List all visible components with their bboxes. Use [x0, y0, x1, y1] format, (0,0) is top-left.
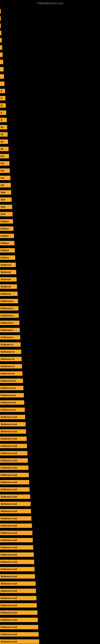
bar-label: Bo — [1, 126, 3, 128]
bar-row: Bottleneck — [0, 284, 100, 290]
bar: Bottleneck — [0, 270, 16, 274]
bar: Bottleneck result — [0, 473, 29, 477]
bar: Bottleneck resu — [0, 378, 23, 383]
bar-label: Bottleneck result — [1, 430, 17, 433]
bar-row: Bottleneck re — [0, 298, 100, 304]
bar: Bo — [0, 147, 9, 151]
bar-row: Bottleneck res — [0, 356, 100, 362]
bar: Bot — [0, 168, 10, 173]
bar-row — [0, 23, 100, 28]
bar: Bottleneck re — [0, 306, 18, 310]
bar-label: Bottleneck result — [1, 575, 17, 578]
bar-label: Bottleneck re — [1, 307, 13, 310]
bar: Bottleneck result — [0, 560, 34, 564]
bar: Bottleneck result — [0, 458, 28, 463]
bar-label: Bottleneck result — [1, 503, 17, 505]
bar-row: Bottlene — [0, 255, 100, 260]
bar: Bottleneck re — [0, 342, 21, 347]
bar-row — [0, 66, 100, 72]
bar-label: Bottl — [1, 192, 5, 194]
bar: Bottleneck result — [0, 444, 27, 448]
bar-row: Bottleneck re — [0, 327, 100, 333]
bar-label: Bottleneck result — [1, 633, 17, 636]
bar-row: Bottleneck resu — [0, 392, 100, 398]
bar-label: Bottleneck resu — [1, 380, 16, 382]
bar: Bottleneck result — [0, 625, 38, 629]
bar: Bottleneck result — [0, 538, 33, 542]
bar-label: Bottleneck — [1, 271, 11, 273]
bar: Bottleneck result — [0, 516, 31, 521]
bar-label: Bottleneck result — [1, 626, 17, 628]
bar-label: Bottleneck result — [1, 532, 17, 534]
bar-row: Bottleneck result — [0, 458, 100, 463]
bar: Bottleneck re — [0, 335, 20, 340]
bar: Bottleneck re — [0, 320, 19, 325]
bar: Bot — [0, 154, 9, 158]
bar: Bottleneck result — [0, 567, 35, 571]
bar-label: Bottleneck result — [1, 445, 17, 447]
bar-row: Bottleneck result — [0, 559, 100, 565]
bar-label: Bot — [1, 155, 4, 158]
bar — [0, 82, 4, 86]
bar-label: Bottleneck result — [1, 496, 17, 498]
bar-label: Bottleneck result — [1, 597, 17, 599]
bar-row: Bottl — [0, 197, 100, 202]
bar: Bottlene — [0, 241, 14, 245]
bar-label: Bottleneck res — [1, 358, 15, 360]
bar-row: Bottleneck — [0, 291, 100, 297]
bar: Bottleneck res — [0, 364, 22, 368]
bar-row: Bottleneck result — [0, 422, 100, 427]
bar: Bottleneck result — [0, 552, 34, 557]
bar: Bottleneck res — [0, 350, 21, 354]
bar-label: Bottleneck — [1, 264, 11, 266]
bar-row: Bottleneck result — [0, 486, 100, 492]
bar: Bottlene — [0, 226, 13, 231]
bar: Bottleneck result — [0, 494, 30, 499]
bar-label: Bottleneck result — [1, 467, 17, 469]
bar: Bottleneck result — [0, 502, 31, 506]
bar-row: Bottleneck result — [0, 472, 100, 478]
bar-row: Bottleneck result — [0, 566, 100, 572]
bar-label: Bottleneck result — [1, 568, 17, 570]
bar-label: Bottleneck resu — [1, 394, 16, 396]
bar-label: Bo — [1, 134, 3, 136]
bar-row: Bottl — [0, 204, 100, 210]
bar-label: Bottlene — [1, 228, 9, 230]
bar: Bottlene — [0, 248, 15, 252]
bar: Bottleneck result — [0, 574, 35, 578]
bar-row: Bottlene — [0, 240, 100, 246]
bar-row: Bottleneck result — [0, 516, 100, 521]
bar: Bottleneck result — [0, 436, 27, 441]
bar-label: Bottlene — [1, 235, 9, 237]
bar-label: Bottleneck result — [1, 525, 17, 527]
bar-label: Bottleneck result — [1, 561, 17, 563]
bar-label: B — [1, 97, 2, 100]
bar-label: Bottleneck — [1, 278, 11, 280]
bar — [0, 38, 2, 42]
bar-row: Bottleneck result — [0, 632, 100, 637]
bar: Bottleneck re — [0, 313, 19, 318]
bar-row: B — [0, 96, 100, 101]
bar-row: Bot — [0, 153, 100, 159]
bar: Bo — [0, 140, 8, 144]
bar-label: Bottleneck result — [1, 518, 17, 520]
page-wrapper: TheBottlenecker.com BBBBBBoBoBoBoBotBotB… — [0, 0, 100, 644]
bar-label: Bottleneck result — [1, 546, 17, 548]
bar: Bottlene — [0, 256, 15, 260]
bar: Bottleneck res — [0, 371, 22, 376]
bar-row: Bottlene — [0, 233, 100, 239]
bar — [0, 9, 1, 14]
bar-label: Bottleneck res — [1, 372, 15, 375]
bar-row: Bottleneck re — [0, 342, 100, 347]
bar: Bottl — [0, 205, 12, 209]
bar-row: Bottleneck resu — [0, 385, 100, 391]
bar: B — [0, 89, 5, 93]
bar-label: Bottleneck re — [1, 314, 13, 317]
bars-container: BBBBBBoBoBoBoBotBotBotBotBotBottlBottlBo… — [0, 6, 100, 644]
bar — [0, 74, 4, 79]
bar-label: B — [1, 112, 2, 114]
bar: Bottleneck result — [0, 632, 39, 636]
bar: Bottl — [0, 212, 13, 216]
bar: B — [0, 96, 5, 100]
bar: Bottleneck resu — [0, 408, 25, 412]
